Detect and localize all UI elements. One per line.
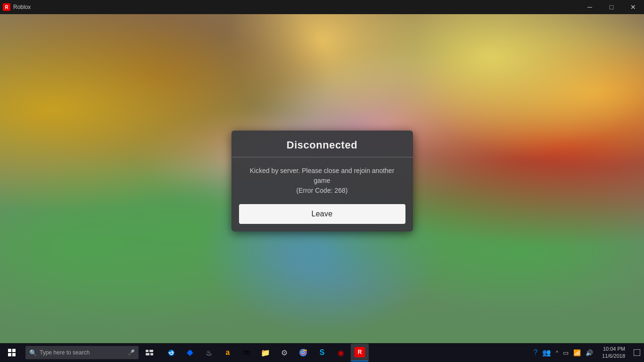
tray-help-icon[interactable]: ?: [532, 348, 539, 357]
svg-rect-6: [146, 353, 149, 355]
tray-volume-icon[interactable]: 🔊: [584, 349, 594, 356]
taskbar-apps: ♨ a 🛍 📁 ⚙: [162, 344, 369, 362]
taskbar-app-skype[interactable]: S: [313, 344, 331, 362]
svg-rect-3: [12, 353, 16, 356]
svg-rect-16: [634, 349, 640, 356]
svg-rect-1: [12, 349, 16, 352]
dialog-message-line2: game: [314, 177, 330, 184]
start-button[interactable]: [0, 343, 24, 362]
taskbar-app-store[interactable]: 🛍: [238, 344, 256, 362]
taskbar-app-edge[interactable]: [162, 344, 180, 362]
titlebar: R Roblox ─ □ ✕: [0, 0, 644, 14]
taskbar-app-antivirus[interactable]: ◉: [332, 344, 350, 362]
tray-display-icon[interactable]: ▭: [561, 349, 570, 356]
tray-chevron-icon[interactable]: ^: [554, 350, 560, 355]
taskbar: 🔍 Type here to search 🎤: [0, 343, 644, 362]
app-icon: R: [3, 3, 10, 11]
clock-time: 10:04 PM: [602, 346, 625, 353]
dialog-message-line3: (Error Code: 268): [297, 187, 348, 194]
window-controls: ─ □ ✕: [579, 0, 644, 14]
disconnected-dialog: Disconnected Kicked by server. Please cl…: [231, 131, 413, 231]
dialog-footer: Leave: [231, 204, 413, 231]
dialog-header: Disconnected: [231, 131, 413, 157]
taskbar-app-steam[interactable]: ♨: [200, 344, 218, 362]
clock-date: 11/6/2018: [602, 353, 625, 360]
svg-point-15: [302, 352, 305, 354]
taskbar-app-dropbox[interactable]: [181, 344, 199, 362]
dialog-message-line1: Kicked by server. Please close and rejoi…: [250, 167, 395, 174]
microphone-icon: 🎤: [128, 349, 135, 356]
leave-button[interactable]: Leave: [239, 204, 405, 224]
system-clock[interactable]: 10:04 PM 11/6/2018: [597, 346, 630, 360]
taskbar-app-chrome[interactable]: [294, 344, 312, 362]
close-button[interactable]: ✕: [622, 0, 644, 14]
svg-rect-2: [8, 353, 11, 356]
search-icon: 🔍: [29, 349, 37, 356]
system-tray: ? 👥 ^ ▭ 📶 🔊: [529, 343, 597, 362]
window-title: Roblox: [13, 4, 579, 10]
taskbar-app-settings[interactable]: ⚙: [275, 344, 293, 362]
taskbar-right: ? 👥 ^ ▭ 📶 🔊 10:04 PM 11/6/2018: [529, 343, 644, 362]
svg-rect-5: [149, 350, 153, 352]
dialog-title: Disconnected: [287, 139, 357, 151]
tray-network-icon[interactable]: 📶: [572, 349, 582, 356]
minimize-button[interactable]: ─: [579, 0, 601, 14]
task-view-button[interactable]: [140, 344, 158, 362]
maximize-button[interactable]: □: [601, 0, 622, 14]
svg-rect-4: [146, 350, 149, 352]
notification-button[interactable]: [630, 343, 644, 362]
svg-rect-7: [150, 353, 153, 355]
search-bar[interactable]: 🔍 Type here to search 🎤: [25, 346, 139, 359]
taskbar-app-explorer[interactable]: 📁: [256, 344, 274, 362]
dialog-body: Kicked by server. Please close and rejoi…: [231, 157, 413, 204]
modal-overlay: Disconnected Kicked by server. Please cl…: [0, 0, 644, 362]
tray-people-icon[interactable]: 👥: [541, 348, 553, 357]
search-placeholder: Type here to search: [40, 349, 90, 356]
svg-rect-0: [8, 349, 11, 352]
taskbar-app-roblox[interactable]: R: [351, 344, 369, 362]
taskbar-app-amazon[interactable]: a: [219, 344, 237, 362]
